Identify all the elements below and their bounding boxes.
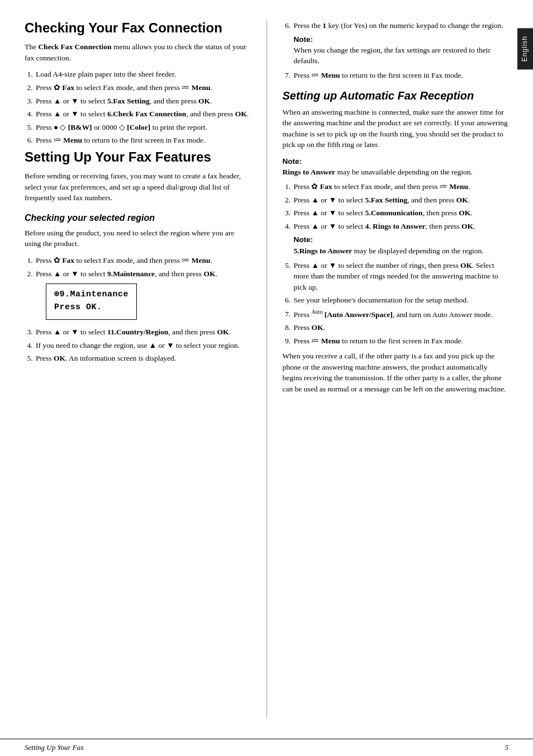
section1-title: Checking Your Fax Connection xyxy=(25,20,251,36)
list-item: Press ▲ or ▼ to select 5.Fax Setting, an… xyxy=(35,96,251,107)
fax-icon: ✿ xyxy=(311,182,318,191)
right-continued-steps: Press the 1 key (for Yes) on the numeric… xyxy=(293,20,509,81)
section1-steps: Load A4-size plain paper into the sheet … xyxy=(35,69,251,145)
note-text: When you change the region, the fax sett… xyxy=(294,46,491,65)
list-item: Press ▲ or ▼ to select 5.Fax Setting, an… xyxy=(293,195,509,206)
list-item: Press ▲ or ▼ to select 11.Country/Region… xyxy=(35,327,251,338)
list-item: Press ≔ Menu to return to the first scre… xyxy=(35,135,251,146)
page-footer: Setting Up Your Fax 5 xyxy=(0,739,533,756)
language-tab: English xyxy=(517,28,533,69)
list-item: Press ≔ Menu to return to the first scre… xyxy=(293,336,509,347)
note-text: 5.Rings to Answer may be displayed depen… xyxy=(294,247,484,255)
menu-icon: ≔ xyxy=(182,83,189,92)
list-item: Press Auto [Auto Answer/Space], and turn… xyxy=(293,308,509,320)
page: English Checking Your Fax Connection The… xyxy=(0,0,533,756)
menu-icon: ≔ xyxy=(182,256,189,264)
section2-title: Setting Up Your Fax Features xyxy=(25,149,251,165)
left-column: Checking Your Fax Connection The Check F… xyxy=(25,20,267,719)
list-item: If you need to change the region, use ▲ … xyxy=(35,340,251,351)
footer-left: Setting Up Your Fax xyxy=(25,743,84,752)
fax-icon: ✿ xyxy=(54,83,60,92)
list-item: Press ● ◇ [B&W] or 0000 ◇ [Color] to pri… xyxy=(35,122,251,133)
list-item: Press ✿ Fax to select Fax mode, and then… xyxy=(35,82,251,93)
footer-right: 5 xyxy=(505,743,509,752)
list-item: Press ▲ or ▼ to select 6.Check Fax Conne… xyxy=(35,108,251,120)
section3-title: Setting up Automatic Fax Reception xyxy=(283,89,509,102)
menu-icon: ≔ xyxy=(311,337,319,345)
note-label: Note: xyxy=(294,35,313,44)
list-item: Press ✿ Fax to select Fax mode, and then… xyxy=(35,255,251,266)
section3-steps: Press ✿ Fax to select Fax mode, and then… xyxy=(293,181,509,346)
list-item: Press ▲ or ▼ to select 4. Rings to Answe… xyxy=(293,221,509,256)
section1-intro: The Check Fax Connection menu allows you… xyxy=(25,41,251,63)
section3-note: Note: Rings to Answer may be unavailable… xyxy=(283,156,509,177)
section3-intro: When an answering machine is connected, … xyxy=(283,107,509,150)
list-item: Press ▲ or ▼ to select the number of rin… xyxy=(293,260,509,293)
list-item: Press the 1 key (for Yes) on the numeric… xyxy=(293,20,509,66)
list-item: Press ≔ Menu to return to the first scre… xyxy=(293,70,509,81)
subsection-intro: Before using the product, you need to se… xyxy=(25,228,251,249)
content-area: Checking Your Fax Connection The Check F… xyxy=(0,0,533,739)
right-column: Press the 1 key (for Yes) on the numeric… xyxy=(267,20,509,719)
lcd-display: ⊕9.MaintenancePress OK. xyxy=(46,284,137,320)
note-block: Note: When you change the region, the fa… xyxy=(294,34,509,66)
subsection-steps: Press ✿ Fax to select Fax mode, and then… xyxy=(35,255,251,364)
list-item: Press ▲ or ▼ to select 5.Communication, … xyxy=(293,207,509,219)
note-block: Note: 5.Rings to Answer may be displayed… xyxy=(294,234,509,256)
list-item: Press ▲ or ▼ to select 9.Maintenance, an… xyxy=(35,268,251,325)
menu-icon: ≔ xyxy=(54,136,61,144)
section2-intro: Before sending or receiving faxes, you m… xyxy=(25,171,251,204)
list-item: Press OK. xyxy=(293,322,509,333)
auto-icon: Auto xyxy=(311,309,322,315)
list-item: Load A4-size plain paper into the sheet … xyxy=(35,69,251,80)
note-label: Note: xyxy=(283,157,302,166)
note-label: Note: xyxy=(294,235,313,244)
list-item: Press OK. An information screen is displ… xyxy=(35,353,251,364)
note-text: Rings to Answer may be unavailable depen… xyxy=(283,168,473,176)
list-item: Press ✿ Fax to select Fax mode, and then… xyxy=(293,181,509,192)
menu-icon: ≔ xyxy=(311,71,319,79)
subsection-title: Checking your selected region xyxy=(25,212,251,224)
list-item: See your telephone's documentation for t… xyxy=(293,295,509,306)
menu-icon: ≔ xyxy=(440,182,448,191)
section3-outro: When you receive a call, if the other pa… xyxy=(283,351,509,394)
fax-icon: ✿ xyxy=(54,256,60,264)
